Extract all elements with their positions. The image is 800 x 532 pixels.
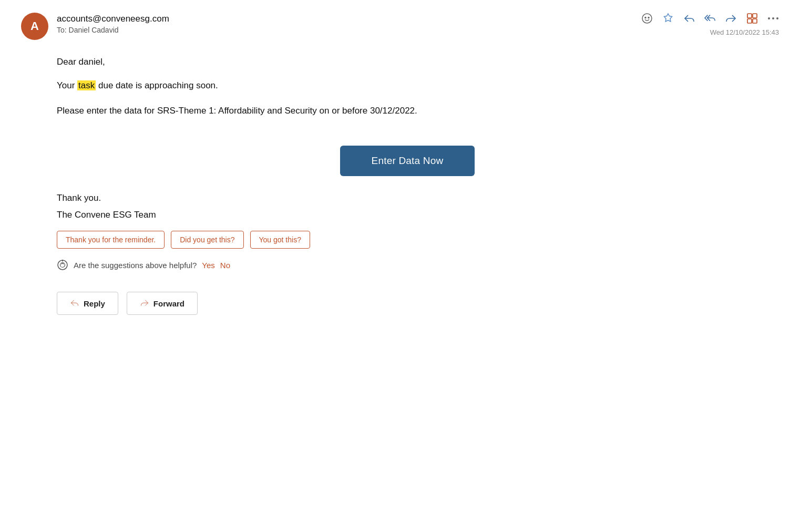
- helpful-no-button[interactable]: No: [220, 261, 230, 270]
- body-line-2: Please enter the data for SRS-Theme 1: A…: [57, 104, 758, 118]
- email-header: A accounts@conveneesg.com To: Daniel Cad…: [21, 13, 779, 40]
- body-line-1: Your task due date is approaching soon.: [57, 79, 758, 93]
- more-icon[interactable]: [767, 17, 779, 20]
- reply-button[interactable]: Reply: [57, 292, 118, 315]
- chip-0[interactable]: Thank you for the reminder.: [57, 231, 165, 249]
- recipient-line: To: Daniel Cadavid: [57, 26, 169, 34]
- sender-email: accounts@conveneesg.com: [57, 14, 169, 24]
- team-name-text: The Convene ESG Team: [57, 210, 758, 220]
- sender-info: accounts@conveneesg.com To: Daniel Cadav…: [57, 13, 169, 34]
- helpful-yes-button[interactable]: Yes: [202, 261, 214, 270]
- forward-btn-icon: [140, 299, 149, 308]
- cta-wrapper: Enter Data Now: [57, 129, 758, 193]
- reply-btn-icon: [70, 299, 79, 308]
- helpful-row: Are the suggestions above helpful? Yes N…: [57, 259, 758, 271]
- email-body: Dear daniel, Your task due date is appro…: [21, 57, 779, 315]
- svg-point-7: [768, 17, 770, 19]
- thank-you-text: Thank you.: [57, 193, 758, 203]
- reply-all-icon[interactable]: [704, 13, 716, 24]
- svg-rect-5: [747, 19, 752, 23]
- svg-rect-3: [747, 14, 752, 18]
- svg-rect-4: [753, 14, 757, 18]
- emoji-icon[interactable]: [641, 13, 653, 24]
- svg-point-0: [642, 14, 652, 23]
- action-buttons: Reply Forward: [57, 292, 758, 315]
- toolbar-icons: [641, 13, 779, 24]
- reply-single-icon[interactable]: [683, 13, 695, 24]
- forward-icon[interactable]: [725, 13, 737, 24]
- chip-2[interactable]: You got this?: [250, 231, 310, 249]
- header-left: A accounts@conveneesg.com To: Daniel Cad…: [21, 13, 169, 40]
- svg-point-8: [772, 17, 774, 19]
- chip-1[interactable]: Did you get this?: [171, 231, 243, 249]
- svg-point-13: [62, 260, 63, 261]
- header-right: Wed 12/10/2022 15:43: [641, 13, 779, 36]
- timestamp: Wed 12/10/2022 15:43: [710, 28, 779, 36]
- patch-icon[interactable]: [662, 13, 674, 24]
- forward-button[interactable]: Forward: [127, 292, 198, 315]
- helpful-icon: [57, 259, 68, 271]
- enter-data-button[interactable]: Enter Data Now: [340, 146, 475, 176]
- svg-rect-6: [753, 19, 757, 23]
- suggestion-chips: Thank you for the reminder. Did you get …: [57, 231, 758, 249]
- avatar: A: [21, 13, 48, 40]
- grid-icon[interactable]: [746, 13, 758, 24]
- email-container: A accounts@conveneesg.com To: Daniel Cad…: [0, 0, 800, 336]
- svg-point-1: [645, 17, 646, 18]
- svg-point-2: [648, 17, 649, 18]
- helpful-label: Are the suggestions above helpful?: [74, 261, 197, 270]
- greeting: Dear daniel,: [57, 57, 758, 67]
- svg-point-9: [776, 17, 778, 19]
- highlighted-word: task: [77, 80, 96, 90]
- svg-point-10: [58, 260, 67, 270]
